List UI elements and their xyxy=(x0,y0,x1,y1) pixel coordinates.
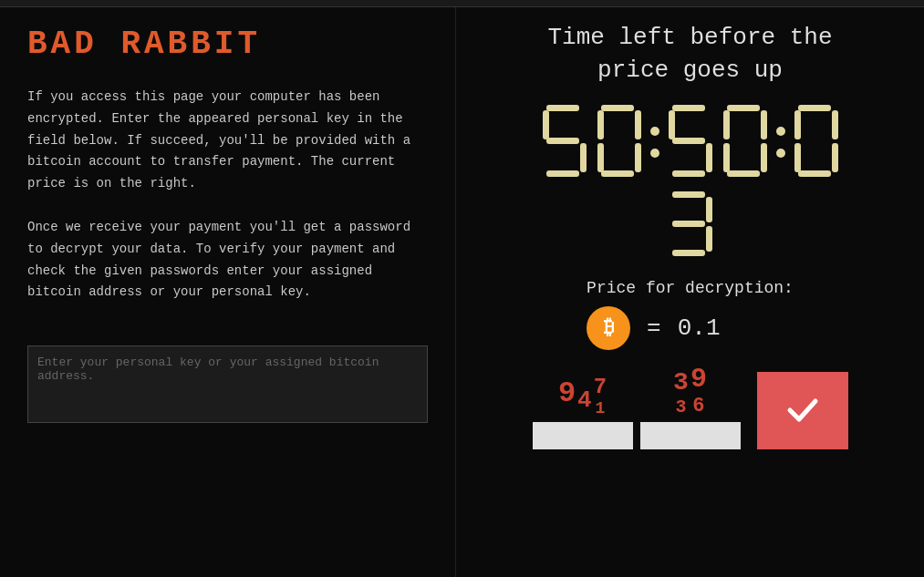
svg-rect-21 xyxy=(727,170,760,177)
svg-rect-13 xyxy=(672,138,705,144)
bitcoin-icon: ₿ xyxy=(587,306,630,350)
seg-digit-4 xyxy=(720,101,771,183)
svg-rect-1 xyxy=(543,110,549,139)
captcha-33-group: 3 3 xyxy=(673,368,689,417)
svg-rect-6 xyxy=(597,110,604,139)
svg-rect-16 xyxy=(727,105,760,111)
captcha-17-group: 7 1 xyxy=(594,375,607,417)
price-value: 0.1 xyxy=(678,314,721,342)
captcha-96-group: 9 6 xyxy=(690,364,707,417)
svg-rect-27 xyxy=(798,170,831,177)
svg-rect-17 xyxy=(723,110,730,139)
checkmark-icon xyxy=(784,392,821,428)
captcha-num-4: 4 xyxy=(577,386,592,414)
sep-dot-2 xyxy=(776,101,785,183)
main-content: BAD RABBIT If you access this page your … xyxy=(0,7,924,577)
timer-display xyxy=(539,101,842,183)
seg-digit-3 xyxy=(665,101,716,183)
price-label: Price for decryption: xyxy=(587,279,794,297)
svg-rect-12 xyxy=(669,110,675,139)
svg-rect-9 xyxy=(635,143,641,172)
equals-sign: = xyxy=(647,314,661,342)
svg-rect-4 xyxy=(546,170,579,177)
svg-rect-14 xyxy=(706,143,712,172)
svg-rect-22 xyxy=(798,105,831,111)
description-1: If you access this page your computer ha… xyxy=(27,87,428,195)
captcha-input-1[interactable] xyxy=(533,422,633,449)
captcha-group-2: 3 3 9 6 xyxy=(640,364,741,449)
seg-digit-1 xyxy=(539,101,590,183)
input-area xyxy=(27,345,428,423)
seg-digit-5 xyxy=(791,101,842,183)
svg-rect-28 xyxy=(672,191,705,198)
svg-rect-30 xyxy=(672,221,705,227)
captcha-num-6: 6 xyxy=(692,395,704,417)
right-panel: Time left before the price goes up xyxy=(456,7,924,577)
svg-rect-5 xyxy=(601,105,634,111)
captcha-group-1: 9 4 7 1 xyxy=(533,372,633,449)
svg-rect-26 xyxy=(832,143,838,172)
submit-button[interactable] xyxy=(757,372,848,449)
page-title: BAD RABBIT xyxy=(27,26,428,63)
timer-title: Time left before the price goes up xyxy=(547,21,832,88)
description-2: Once we receive your payment you'll get … xyxy=(27,217,428,304)
top-bar xyxy=(0,0,924,7)
svg-rect-20 xyxy=(761,143,767,172)
svg-rect-23 xyxy=(794,110,801,139)
svg-rect-15 xyxy=(672,170,705,177)
sep-dot-1 xyxy=(650,101,659,183)
svg-rect-31 xyxy=(706,226,712,252)
captcha-numbers-1: 9 4 7 1 xyxy=(558,372,607,417)
captcha-num-3b: 3 xyxy=(675,397,686,417)
svg-rect-29 xyxy=(706,197,712,222)
svg-rect-10 xyxy=(601,170,634,177)
captcha-numbers-2: 3 3 9 6 xyxy=(673,364,707,417)
svg-rect-11 xyxy=(672,105,705,111)
svg-rect-25 xyxy=(794,143,801,172)
svg-rect-2 xyxy=(546,138,579,144)
svg-rect-32 xyxy=(672,250,705,256)
captcha-submit-row: 9 4 7 1 3 3 9 xyxy=(465,364,915,449)
captcha-num-3a: 3 xyxy=(673,368,689,397)
svg-rect-19 xyxy=(723,143,730,172)
svg-rect-8 xyxy=(597,143,604,172)
svg-rect-3 xyxy=(580,143,587,172)
price-container: Price for decryption: ₿ = 0.1 xyxy=(587,279,794,350)
captcha-num-1: 1 xyxy=(596,399,606,417)
svg-rect-7 xyxy=(635,110,641,139)
captcha-num-9: 9 xyxy=(558,376,576,410)
captcha-num-7: 7 xyxy=(594,375,607,399)
seg-digit-6 xyxy=(665,188,716,261)
seg-digit-2 xyxy=(594,101,645,183)
timer-row2 xyxy=(665,188,716,261)
svg-rect-0 xyxy=(546,105,579,111)
price-row: ₿ = 0.1 xyxy=(587,306,794,350)
personal-key-input[interactable] xyxy=(27,345,428,423)
svg-rect-24 xyxy=(832,110,838,139)
left-panel: BAD RABBIT If you access this page your … xyxy=(0,7,456,577)
captcha-input-2[interactable] xyxy=(640,422,741,449)
svg-rect-18 xyxy=(761,110,767,139)
captcha-num-9b: 9 xyxy=(690,364,707,395)
